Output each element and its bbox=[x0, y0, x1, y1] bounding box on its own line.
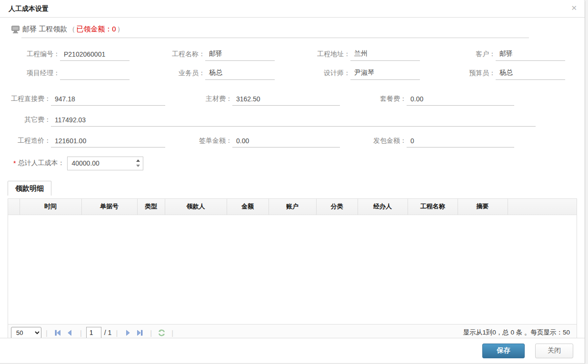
col-receipt-no[interactable]: 单据号 bbox=[81, 199, 137, 215]
number-spinner[interactable] bbox=[136, 159, 140, 167]
project-name-label: 工程名称： bbox=[153, 50, 205, 61]
monitor-icon bbox=[11, 26, 20, 33]
refresh-icon[interactable] bbox=[158, 329, 165, 336]
project-name-value[interactable]: 邮驿 bbox=[205, 49, 275, 61]
material-fee-value[interactable]: 3162.50 bbox=[232, 95, 340, 106]
col-payee[interactable]: 领款人 bbox=[165, 199, 227, 215]
project-no-label: 工程编号： bbox=[8, 50, 60, 61]
material-fee-label: 主材费： bbox=[165, 95, 232, 106]
project-form: 工程编号： P2102060001 工程名称： 邮驿 工程地址： 兰州 客户： … bbox=[0, 42, 585, 175]
payment-detail-table: 时间 单据号 类型 领款人 金额 账户 分类 经办人 工程名称 摘要 50 | bbox=[8, 198, 577, 342]
direct-fee-value[interactable]: 947.18 bbox=[51, 95, 165, 106]
project-header-title: 邮驿 工程领款 bbox=[22, 25, 67, 34]
dialog-titlebar: 人工成本设置 ✕ bbox=[0, 0, 585, 18]
project-cost-value[interactable]: 121601.00 bbox=[51, 137, 165, 148]
salesman-label: 业务员： bbox=[153, 69, 205, 80]
received-amount: 已领金额：0 bbox=[76, 25, 116, 34]
project-address-value[interactable]: 兰州 bbox=[350, 49, 420, 61]
labor-cost-dialog: 人工成本设置 ✕ 邮驿 工程领款 （ 已领金额：0 ） 工程编号： P21020… bbox=[0, 0, 585, 364]
budgeter-value[interactable]: 杨总 bbox=[496, 69, 565, 80]
total-labor-cost-input[interactable] bbox=[68, 157, 129, 170]
prev-page-icon[interactable] bbox=[66, 329, 73, 336]
col-summary[interactable]: 摘要 bbox=[458, 199, 508, 215]
col-handler[interactable]: 经办人 bbox=[358, 199, 408, 215]
designer-value[interactable]: 尹淑琴 bbox=[350, 69, 420, 80]
contract-amount-value[interactable]: 0 bbox=[407, 137, 514, 148]
col-extra bbox=[508, 199, 577, 215]
contract-amount-label: 发包金额： bbox=[340, 137, 407, 148]
customer-label: 客户： bbox=[443, 50, 496, 61]
col-time[interactable]: 时间 bbox=[20, 199, 81, 215]
save-button[interactable]: 保存 bbox=[482, 344, 525, 358]
paren-close: ） bbox=[117, 25, 124, 34]
page-total: / 1 bbox=[104, 329, 112, 336]
other-fee-label: 其它费： bbox=[8, 116, 51, 127]
spinner-down-icon[interactable] bbox=[136, 165, 140, 167]
customer-value[interactable]: 邮驿 bbox=[496, 49, 565, 61]
table-header-row: 时间 单据号 类型 领款人 金额 账户 分类 经办人 工程名称 摘要 bbox=[8, 199, 577, 215]
detail-tabbar: 领款明细 bbox=[8, 181, 585, 196]
col-account[interactable]: 账户 bbox=[269, 199, 316, 215]
col-project-name[interactable]: 工程名称 bbox=[408, 199, 458, 215]
project-manager-value[interactable] bbox=[60, 69, 130, 80]
project-header: 邮驿 工程领款 （ 已领金额：0 ） bbox=[11, 25, 585, 34]
package-fee-label: 套餐费： bbox=[340, 95, 407, 106]
project-cost-label: 工程造价： bbox=[8, 137, 51, 148]
total-labor-cost-field bbox=[67, 157, 143, 170]
required-asterisk: * bbox=[13, 159, 16, 167]
package-fee-value[interactable]: 0.00 bbox=[407, 95, 514, 106]
budgeter-label: 预算员： bbox=[443, 69, 496, 80]
col-type[interactable]: 类型 bbox=[137, 199, 165, 215]
designer-label: 设计师： bbox=[298, 69, 350, 80]
first-page-icon[interactable] bbox=[54, 329, 61, 336]
col-select bbox=[8, 199, 20, 215]
dialog-title: 人工成本设置 bbox=[9, 5, 49, 13]
close-icon[interactable]: ✕ bbox=[571, 4, 577, 11]
project-manager-label: 项目经理： bbox=[8, 69, 60, 80]
sign-amount-label: 签单金额： bbox=[165, 137, 232, 148]
next-page-icon[interactable] bbox=[124, 329, 131, 336]
col-amount[interactable]: 金额 bbox=[227, 199, 269, 215]
page-size-select[interactable]: 50 bbox=[11, 327, 41, 339]
salesman-value[interactable]: 杨总 bbox=[205, 69, 275, 80]
pagination-status: 显示从1到0，总 0 条 。每页显示：50 bbox=[463, 328, 570, 337]
project-address-label: 工程地址： bbox=[298, 50, 350, 61]
header-underline bbox=[21, 38, 529, 38]
last-page-icon[interactable] bbox=[136, 329, 143, 336]
col-category[interactable]: 分类 bbox=[316, 199, 358, 215]
project-no-value[interactable]: P2102060001 bbox=[60, 50, 130, 61]
paren-open: （ bbox=[68, 25, 75, 34]
tab-payment-detail[interactable]: 领款明细 bbox=[8, 181, 51, 196]
direct-fee-label: 工程直接费： bbox=[8, 95, 51, 106]
sign-amount-value[interactable]: 0.00 bbox=[232, 137, 340, 148]
page-number-input[interactable] bbox=[86, 327, 101, 339]
total-labor-cost-label: 总计人工成本： bbox=[18, 159, 64, 167]
table-body-empty bbox=[8, 215, 577, 324]
other-fee-value[interactable]: 117492.03 bbox=[51, 116, 536, 127]
spinner-up-icon[interactable] bbox=[136, 159, 140, 162]
close-button[interactable]: 关闭 bbox=[535, 344, 573, 358]
dialog-footer: 保存 关闭 bbox=[0, 338, 585, 363]
